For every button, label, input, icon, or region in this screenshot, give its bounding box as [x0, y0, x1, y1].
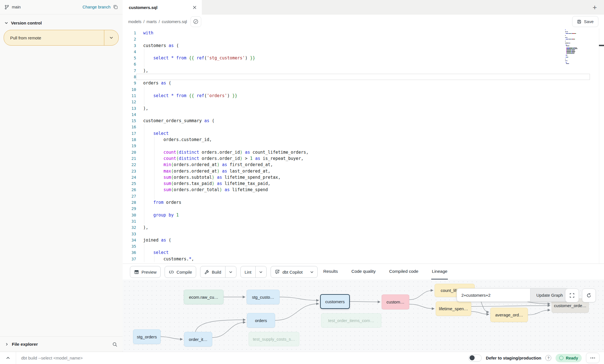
- tab-customers-sql[interactable]: customers.sql: [123, 0, 202, 15]
- copilot-gauge-button[interactable]: [191, 16, 201, 27]
- build-button[interactable]: Build: [200, 266, 236, 278]
- preview-button[interactable]: Preview: [130, 266, 161, 278]
- lineage-node-stg_customers[interactable]: stg_custo…: [247, 290, 280, 304]
- code-line[interactable]: 33: [123, 231, 590, 237]
- branch-name: main: [12, 5, 21, 9]
- copilot-dropdown-chevron[interactable]: [307, 266, 317, 278]
- code-line[interactable]: 21count(distinct orders.order_id) > 1 as…: [123, 155, 590, 162]
- file-explorer-section[interactable]: File explorer: [0, 336, 123, 352]
- code-line[interactable]: 30group by 1: [123, 212, 590, 218]
- code-line[interactable]: 37customers.*,: [123, 256, 590, 262]
- line-number: 36: [123, 249, 136, 256]
- command-bar-expand-button[interactable]: [0, 352, 16, 364]
- pull-from-remote-label: Pull from remote: [4, 35, 104, 40]
- code-line[interactable]: 36select: [123, 249, 590, 256]
- lineage-selector-group: Update Graph: [457, 288, 569, 302]
- lineage-node-order_items[interactable]: order_it…: [184, 332, 212, 347]
- code-line[interactable]: 15customer_orders_summary as (: [123, 118, 590, 124]
- update-graph-button[interactable]: Update Graph: [530, 289, 569, 302]
- code-line[interactable]: 28from orders: [123, 199, 590, 206]
- code-line[interactable]: 16: [123, 124, 590, 130]
- panel-tab-compiled-code[interactable]: Compiled code: [389, 264, 419, 280]
- code-line[interactable]: 5select * from {{ ref('stg_customers') }…: [123, 55, 590, 61]
- refresh-button[interactable]: [582, 289, 596, 302]
- build-dropdown-chevron[interactable]: [225, 266, 236, 278]
- lineage-canvas[interactable]: ecom.raw_cu…stg_custo…customerscustom…co…: [123, 280, 604, 351]
- code-text: [136, 218, 590, 224]
- lineage-node-lifetime_spend[interactable]: lifetime_spen…: [436, 302, 471, 316]
- code-line[interactable]: 10: [123, 86, 590, 93]
- minimap[interactable]: [565, 28, 590, 64]
- version-control-title: Version control: [11, 21, 42, 25]
- code-line[interactable]: 8: [123, 74, 590, 80]
- code-line[interactable]: 35: [123, 243, 590, 249]
- chevron-down-icon: [109, 36, 113, 40]
- pull-from-remote-button[interactable]: Pull from remote: [4, 30, 119, 46]
- panel-tab-code-quality[interactable]: Code quality: [351, 264, 376, 280]
- code-line[interactable]: 26sum(orders.order_total) as lifetime_sp…: [123, 187, 590, 193]
- code-line[interactable]: 24sum(orders.subtotal) as lifetime_spend…: [123, 174, 590, 180]
- code-line[interactable]: 17select: [123, 130, 590, 137]
- code-line[interactable]: 1with: [123, 30, 590, 36]
- code-line[interactable]: 32),: [123, 224, 590, 231]
- defer-toggle[interactable]: [468, 354, 482, 362]
- editor-scrollbar-track[interactable]: [599, 28, 599, 263]
- lineage-node-raw[interactable]: ecom.raw_cu…: [184, 290, 224, 304]
- code-text: [136, 36, 590, 42]
- change-branch-link[interactable]: Change branch: [83, 5, 110, 9]
- help-icon[interactable]: ?: [545, 355, 551, 361]
- code-line[interactable]: 31: [123, 218, 590, 224]
- code-line[interactable]: 18orders.customer_id,: [123, 137, 590, 143]
- code-line[interactable]: 11select * from {{ ref('orders') }}: [123, 93, 590, 99]
- panel-tab-lineage[interactable]: Lineage: [431, 264, 448, 280]
- dbt-copilot-button[interactable]: dbt Copilot: [271, 266, 318, 278]
- breadcrumb-item[interactable]: marts: [147, 19, 157, 24]
- pull-split-chevron[interactable]: [104, 30, 118, 45]
- code-editor[interactable]: 1with23customers as (45select * from {{ …: [123, 28, 604, 263]
- code-line[interactable]: 9orders as (: [123, 80, 590, 86]
- panel-tab-results[interactable]: Results: [323, 264, 338, 280]
- code-line[interactable]: 2: [123, 36, 590, 42]
- copy-icon[interactable]: [113, 5, 118, 10]
- code-line[interactable]: 12: [123, 99, 590, 105]
- more-options-button[interactable]: [586, 353, 599, 363]
- code-line[interactable]: 3customers as (: [123, 43, 590, 49]
- code-line[interactable]: 19: [123, 143, 590, 149]
- save-button[interactable]: Save: [572, 16, 598, 27]
- code-line[interactable]: 13),: [123, 105, 590, 111]
- lint-button[interactable]: Lint: [240, 266, 267, 278]
- breadcrumb-item[interactable]: customers.sql: [162, 19, 187, 24]
- lineage-node-custom[interactable]: custom…: [382, 294, 409, 309]
- lineage-node-test_supply[interactable]: test_supply_costs_s…: [249, 332, 299, 346]
- lineage-node-average_order[interactable]: average_ord…: [490, 308, 528, 322]
- lineage-node-customers[interactable]: customers: [320, 294, 350, 309]
- code-line[interactable]: 20count(distinct orders.order_id) as cou…: [123, 149, 590, 155]
- compile-button[interactable]: Compile: [165, 266, 196, 278]
- fullscreen-button[interactable]: [565, 289, 579, 302]
- breadcrumb-item[interactable]: models: [128, 19, 141, 24]
- lineage-selector-input[interactable]: [457, 289, 530, 302]
- code-line[interactable]: 29: [123, 206, 590, 212]
- indent-guide: [154, 180, 154, 187]
- code-line[interactable]: 23max(orders.ordered_at) as last_ordered…: [123, 168, 590, 174]
- code-lines[interactable]: 1with23customers as (45select * from {{ …: [123, 30, 590, 262]
- lineage-node-stg_orders[interactable]: stg_orders: [133, 329, 161, 344]
- close-icon[interactable]: [193, 5, 197, 10]
- code-line[interactable]: 4: [123, 49, 590, 55]
- code-line[interactable]: 14: [123, 111, 590, 118]
- code-line[interactable]: 25sum(orders.tax_paid) as lifetime_tax_p…: [123, 180, 590, 187]
- code-line[interactable]: 22min(orders.ordered_at) as first_ordere…: [123, 162, 590, 168]
- code-line[interactable]: 34joined as (: [123, 237, 590, 243]
- editor-scrollbar-thumb[interactable]: [599, 45, 604, 46]
- search-icon[interactable]: [112, 342, 118, 347]
- version-control-header[interactable]: Version control: [0, 17, 123, 29]
- command-input[interactable]: dbt build --select <model_name>: [16, 356, 468, 360]
- code-line[interactable]: 7),: [123, 68, 590, 74]
- lineage-node-test_order[interactable]: test_order_items_com…: [321, 313, 381, 328]
- code-line[interactable]: 6: [123, 61, 590, 67]
- lineage-node-orders[interactable]: orders: [247, 313, 275, 328]
- code-line[interactable]: 27: [123, 193, 590, 199]
- compile-label: Compile: [176, 270, 192, 274]
- lint-dropdown-chevron[interactable]: [255, 266, 266, 278]
- new-tab-button[interactable]: +: [590, 3, 599, 12]
